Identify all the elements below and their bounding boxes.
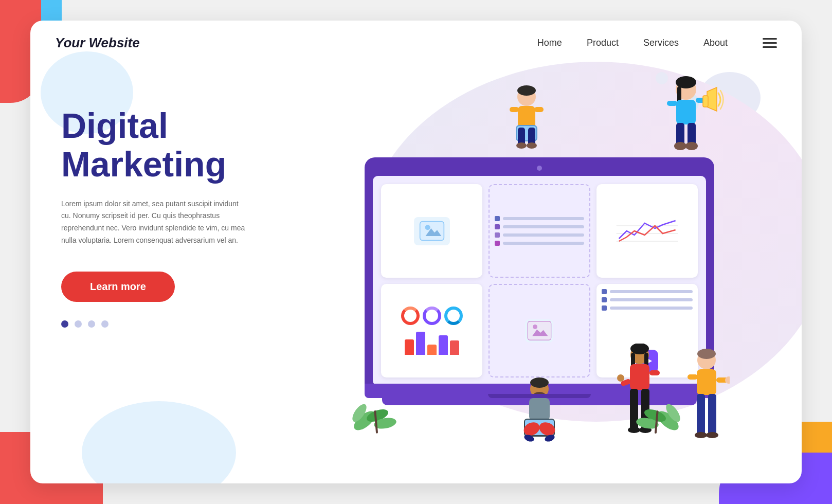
svg-rect-47 xyxy=(649,370,660,375)
donut-chart-2 xyxy=(423,307,441,325)
bullet-dot-2 xyxy=(495,224,500,229)
donut-chart-1 xyxy=(401,307,420,325)
bar-5 xyxy=(450,340,459,355)
svg-point-30 xyxy=(685,142,698,150)
bullet-line-6 xyxy=(610,298,693,301)
svg-point-8 xyxy=(533,325,537,329)
donut-charts-group xyxy=(401,307,463,325)
logo: Your Website xyxy=(55,35,140,51)
hamburger-line-1 xyxy=(763,38,777,40)
page-container: Your Website Home Product Services About… xyxy=(30,21,802,483)
bullet-list-1 xyxy=(495,216,584,246)
bullet-row-7 xyxy=(602,305,693,311)
dot-2[interactable] xyxy=(75,320,82,328)
svg-rect-6 xyxy=(528,321,551,340)
svg-rect-59 xyxy=(697,394,705,435)
person-top-center xyxy=(503,85,550,157)
svg-point-42 xyxy=(630,344,649,354)
laptop-camera xyxy=(537,166,542,171)
screen-card-dashed-1 xyxy=(489,184,590,278)
screen-card-linechart xyxy=(596,184,698,278)
bullet-line-4 xyxy=(503,242,584,245)
svg-point-18 xyxy=(527,142,537,149)
hero-illustration xyxy=(308,76,771,477)
header: Your Website Home Product Services About xyxy=(30,21,802,65)
image-placeholder-icon xyxy=(414,217,450,245)
bar-2 xyxy=(416,332,425,355)
bar-chart xyxy=(405,329,459,355)
hero-title-line2: Marketing xyxy=(61,145,226,184)
bullet-row-3 xyxy=(495,232,584,238)
main-content: Digital Marketing Lorem ipsum dolor sit … xyxy=(30,65,802,477)
bullet-dot-1 xyxy=(495,216,500,221)
screen-card-donuts xyxy=(381,284,482,377)
svg-rect-22 xyxy=(676,100,696,124)
person-bottom-center xyxy=(514,377,565,449)
leaves-left xyxy=(349,385,411,436)
svg-rect-34 xyxy=(529,398,550,421)
svg-rect-60 xyxy=(708,394,716,435)
donut-chart-3 xyxy=(444,307,463,325)
bullet-line-1 xyxy=(503,217,584,220)
bullet-line-5 xyxy=(610,290,693,293)
bullet-dot-6 xyxy=(602,297,607,302)
svg-point-61 xyxy=(695,432,707,438)
nav-item-home[interactable]: Home xyxy=(537,38,562,48)
bullet-row-2 xyxy=(495,224,584,229)
hero-left: Digital Marketing Lorem ipsum dolor sit … xyxy=(61,76,308,328)
hamburger-line-2 xyxy=(763,42,777,44)
svg-rect-26 xyxy=(703,96,708,107)
bullet-row-6 xyxy=(602,297,693,302)
bullet-row-5 xyxy=(602,289,693,294)
bar-4 xyxy=(439,335,448,355)
learn-more-button[interactable]: Learn more xyxy=(61,272,175,302)
svg-point-62 xyxy=(706,432,718,438)
dot-4[interactable] xyxy=(101,320,108,328)
bullet-row-1 xyxy=(495,216,584,221)
hamburger-menu[interactable] xyxy=(763,38,777,48)
svg-rect-23 xyxy=(667,101,677,106)
svg-point-10 xyxy=(517,85,536,96)
person-top-right xyxy=(658,75,730,157)
svg-marker-25 xyxy=(707,87,717,111)
laptop-illustration xyxy=(365,157,714,405)
bullet-line-3 xyxy=(503,233,584,237)
bullet-line-2 xyxy=(503,225,584,228)
bullet-list-2 xyxy=(602,289,693,346)
bullet-line-7 xyxy=(610,307,693,310)
nav-item-services[interactable]: Services xyxy=(643,38,679,48)
svg-rect-13 xyxy=(534,107,544,112)
bullet-row-4 xyxy=(495,241,584,246)
svg-rect-56 xyxy=(688,374,698,380)
dot-3[interactable] xyxy=(88,320,95,328)
bullet-dot-5 xyxy=(602,289,607,294)
svg-point-48 xyxy=(617,374,624,382)
person-far-right xyxy=(683,349,730,452)
screen-card-image xyxy=(381,184,482,278)
carousel-dots xyxy=(61,320,308,328)
screen-card-image-small xyxy=(489,284,590,377)
dot-1[interactable] xyxy=(61,320,68,328)
svg-point-29 xyxy=(674,142,686,150)
hero-title: Digital Marketing xyxy=(61,106,308,184)
svg-rect-12 xyxy=(510,107,519,112)
bullet-dot-3 xyxy=(495,232,500,238)
bullet-dot-7 xyxy=(602,305,607,311)
navigation: Home Product Services About xyxy=(537,38,777,48)
leaves-right xyxy=(622,385,683,436)
nav-item-about[interactable]: About xyxy=(703,38,728,48)
nav-item-product[interactable]: Product xyxy=(587,38,619,48)
line-chart-svg xyxy=(602,215,693,246)
image-placeholder-small xyxy=(525,319,553,343)
svg-point-33 xyxy=(530,377,549,388)
svg-point-54 xyxy=(697,349,716,359)
bar-1 xyxy=(405,339,414,355)
hero-title-line1: Digital xyxy=(61,106,168,145)
hero-description: Lorem ipsum dolor sit amet, sea putant s… xyxy=(61,198,246,247)
hamburger-line-3 xyxy=(763,46,777,48)
svg-rect-55 xyxy=(697,369,716,395)
bar-3 xyxy=(427,345,437,355)
bullet-dot-4 xyxy=(495,241,500,246)
svg-point-17 xyxy=(516,142,527,149)
svg-point-32 xyxy=(533,392,546,399)
